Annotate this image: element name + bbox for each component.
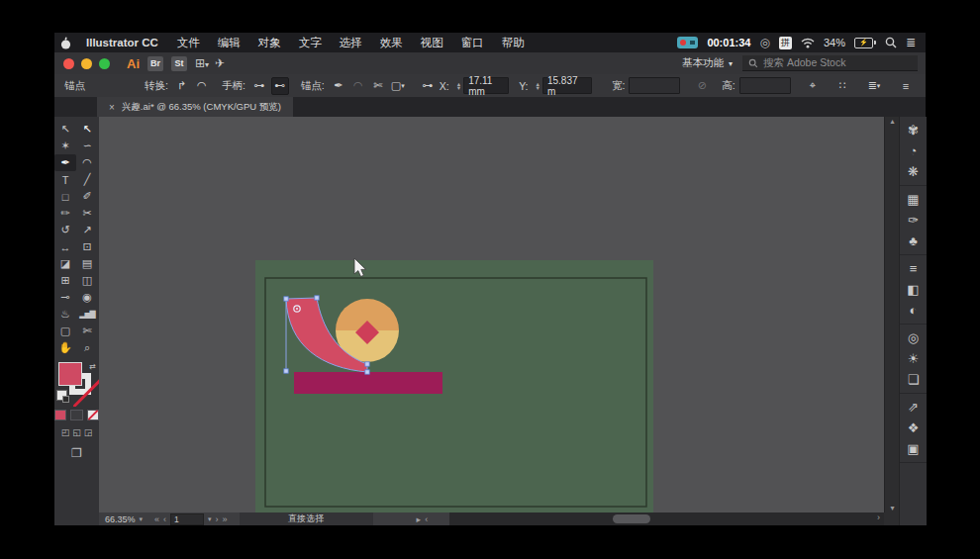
direct-selection-tool[interactable]: ↖ [76, 121, 98, 138]
cut-path-icon[interactable]: ✄ [370, 78, 386, 94]
control-panel-menu-icon[interactable]: ≡ [898, 78, 914, 94]
rectangle-tool[interactable]: □ [54, 188, 76, 205]
artboards-icon[interactable]: ▣ [900, 438, 927, 459]
horizontal-scrollbar[interactable]: › [449, 512, 884, 525]
creative-cloud-icon[interactable]: ◎ [759, 36, 769, 49]
line-segment-tool[interactable]: ╱ [76, 171, 98, 188]
slice-tool[interactable]: ✄ [76, 323, 98, 339]
status-collapse-icon[interactable]: ‹ [425, 514, 428, 524]
convert-to-corner-icon[interactable]: ↱ [174, 78, 190, 94]
draw-behind-icon[interactable]: ◱ [72, 427, 81, 437]
status-play-icon[interactable]: ▸ [417, 514, 422, 524]
spotlight-search-icon[interactable] [885, 37, 897, 48]
menu-edit[interactable]: 编辑 [209, 37, 249, 48]
anchor-point-handle[interactable] [284, 369, 288, 373]
eyedropper-tool[interactable]: ⊸ [54, 289, 76, 306]
x-value-input[interactable]: 17.11 mm [463, 77, 509, 94]
artboard-number-input[interactable]: 1 [170, 513, 204, 525]
graphic-styles-icon[interactable]: ❏ [900, 369, 927, 390]
menu-help[interactable]: 帮助 [493, 37, 534, 48]
artboard-tool[interactable]: ▢ [54, 323, 76, 339]
menu-window[interactable]: 窗口 [452, 37, 493, 48]
libraries-icon[interactable]: ◎ [900, 327, 927, 348]
horizontal-scroll-thumb[interactable] [613, 514, 650, 523]
align-options-icon[interactable]: ≣▾ [866, 78, 882, 94]
color-icon[interactable]: ✾ [900, 120, 927, 140]
menu-file[interactable]: 文件 [168, 37, 209, 48]
appearance-icon[interactable]: ☀ [900, 348, 927, 369]
mesh-tool[interactable]: ⊞ [54, 272, 76, 289]
link-dimensions-icon[interactable]: ⊘ [694, 78, 710, 94]
free-transform-tool[interactable]: ⊡ [76, 238, 98, 255]
close-tab-icon[interactable]: × [109, 102, 115, 113]
scroll-right-icon[interactable]: › [877, 512, 880, 522]
anchor-point-handle[interactable] [284, 297, 288, 301]
zoom-dropdown-icon[interactable]: ▾ [140, 515, 144, 523]
wifi-icon[interactable] [801, 38, 815, 48]
shape-builder-tool[interactable]: ◪ [54, 255, 76, 272]
last-artboard-icon[interactable]: » [223, 514, 228, 524]
fill-swatch[interactable] [58, 362, 82, 386]
rotate-tool[interactable]: ↺ [54, 222, 76, 238]
apple-menu[interactable] [54, 37, 76, 49]
blend-tool[interactable]: ◉ [76, 289, 98, 306]
prev-artboard-icon[interactable]: ‹ [163, 514, 166, 524]
scroll-down-icon[interactable]: ▾ [890, 504, 894, 512]
isolate-selection-icon[interactable]: ▢▾ [390, 78, 406, 94]
stock-button[interactable]: St [171, 56, 187, 71]
scale-tool[interactable]: ↗ [76, 222, 98, 238]
paintbrush-tool[interactable]: ✐ [76, 188, 98, 205]
control-center-icon[interactable]: ≣ [906, 36, 916, 49]
workspace-switcher[interactable]: 基本功能▾ [682, 56, 733, 70]
menu-object[interactable]: 对象 [249, 37, 290, 48]
close-window-button[interactable] [63, 58, 74, 69]
menu-view[interactable]: 视图 [412, 37, 452, 48]
export-icon[interactable]: ⇗ [900, 397, 927, 418]
scissors-tool[interactable]: ✂ [76, 205, 98, 222]
pen-tool[interactable]: ✒ [54, 154, 76, 171]
screen-recording-icon[interactable] [677, 37, 698, 48]
transparency-icon[interactable]: ◐ [900, 300, 927, 321]
x-stepper[interactable]: ▲▼ [456, 82, 461, 90]
gradient-tool[interactable]: ◫ [76, 272, 98, 289]
share-icon[interactable]: ✈ [215, 56, 225, 70]
first-artboard-icon[interactable]: « [154, 514, 159, 524]
document-tab[interactable]: × 兴趣.ai* @ 66.35% (CMYK/GPU 预览) [97, 97, 293, 117]
arrange-documents-icon[interactable]: ⊞▾ [195, 56, 209, 70]
scroll-up-icon[interactable]: ▴ [890, 117, 894, 126]
input-method-icon[interactable]: 拼 [779, 37, 792, 49]
vertical-scrollbar[interactable]: ▴ ▾ [884, 117, 900, 512]
perspective-grid-tool[interactable]: ▤ [76, 255, 98, 272]
reference-point-icon[interactable]: ⊶ [420, 78, 436, 94]
active-app-name[interactable]: Illustrator CC [76, 37, 168, 48]
show-handles-icon[interactable]: ⊶ [251, 78, 267, 94]
pencil-tool[interactable]: ✏ [54, 205, 76, 222]
canvas[interactable] [99, 117, 884, 512]
y-stepper[interactable]: ▲▼ [535, 82, 539, 90]
selection-tool[interactable]: ↖ [54, 121, 76, 138]
hide-handles-icon[interactable]: ⊷ [271, 77, 289, 95]
menu-select[interactable]: 选择 [331, 37, 371, 48]
type-tool[interactable]: T [54, 171, 76, 188]
y-value-input[interactable]: 15.837 m [542, 77, 592, 94]
color-button[interactable] [54, 410, 66, 420]
zoom-tool[interactable]: ⌕ [76, 339, 98, 356]
zoom-window-button[interactable] [99, 58, 110, 69]
stroke-icon[interactable]: ≡ [900, 258, 927, 279]
bridge-button[interactable]: Br [147, 56, 163, 71]
adobe-stock-search-input[interactable]: 搜索 Adobe Stock [742, 55, 918, 71]
magic-wand-tool[interactable]: ✶ [54, 138, 76, 154]
anchor-point-handle[interactable] [365, 370, 369, 374]
anchor-point-handle[interactable] [365, 362, 369, 366]
gradient-icon[interactable]: ◧ [900, 279, 927, 300]
curvature-tool[interactable]: ◠ [76, 154, 98, 171]
remove-anchor-icon[interactable]: ✒ [331, 78, 346, 94]
swatches-icon[interactable]: ▦ [900, 189, 927, 210]
symbol-sprayer-tool[interactable]: ♨ [54, 306, 76, 323]
next-artboard-icon[interactable]: › [216, 514, 219, 524]
minimize-window-button[interactable] [81, 58, 92, 69]
color-guide-icon[interactable]: ◔ [900, 140, 927, 161]
artboard-dropdown-icon[interactable]: ▾ [208, 515, 212, 523]
layers-icon[interactable]: ❖ [900, 418, 927, 438]
lasso-tool[interactable]: ∽ [76, 138, 98, 154]
